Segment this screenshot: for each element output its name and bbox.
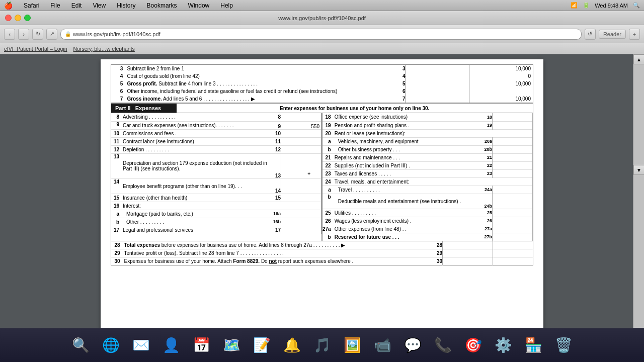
llabel-11: Contract labor (see instructions) [121,137,271,145]
lcol-16b: 16b [271,218,281,226]
linput-8[interactable] [281,113,321,121]
lnum-13: 13 [111,153,121,178]
dock-itunes[interactable]: 🎵 [309,332,335,358]
refresh-button[interactable]: ↺ [585,29,596,40]
lnum-16b: b [111,218,121,226]
input-4[interactable] [406,72,469,80]
rinput-24a[interactable] [493,186,533,194]
dock-skype[interactable]: 📞 [430,332,456,358]
line-num-5: 5 [111,80,125,87]
dock-trash[interactable]: 🗑️ [550,332,577,358]
reload-button[interactable]: ↻ [32,29,43,40]
dock-app1[interactable]: 🎯 [460,332,486,358]
table-row: b Reserved for future use . . . 27b [323,233,533,241]
dock-reminders[interactable]: 🔔 [279,332,305,358]
search-icon[interactable]: 🔍 [633,2,640,9]
llabel-12: Depletion . . . . . . . . . [121,145,271,153]
rinput-20b[interactable] [493,145,533,153]
rinput-21[interactable] [493,153,533,161]
menu-edit[interactable]: Edit [69,2,84,9]
rinput-20a[interactable] [493,137,533,145]
rlabel-23: Taxes and licenses . . . . . [333,169,480,177]
dock-calendar[interactable]: 📅 [188,332,214,358]
lcol-8: 8 [271,113,281,121]
rinput-22[interactable] [493,161,533,169]
table-row: 15 Insurance (other than health) 15 [111,194,321,202]
minimize-button[interactable] [15,15,21,21]
dock-notes[interactable]: 📝 [249,332,275,358]
table-row: 6 Other income, including federal and st… [111,87,533,95]
maximize-button[interactable] [24,15,31,21]
menu-safari[interactable]: Safari [22,2,41,9]
rinput-26[interactable] [493,217,533,225]
back-button[interactable]: ‹ [4,29,15,40]
linput-10[interactable] [281,129,321,137]
rinput-23[interactable] [493,169,533,177]
browser-titlebar: www.irs.gov/pub/irs-pdf/f1040sc.pdf [0,11,644,25]
rinput-19[interactable] [493,121,533,129]
dock-imessage[interactable]: 💬 [399,332,426,358]
address-bar[interactable]: 🔒 www.irs.gov/pub/irs-pdf/f1040sc.pdf [60,29,582,40]
table-row: 22 Supplies (not included in Part III) .… [323,161,533,169]
rinput-27a[interactable] [493,225,533,233]
dock-contacts[interactable]: 👤 [158,332,184,358]
table-row: 5 Gross profit. Subtract line 4 from lin… [111,80,533,87]
binput-30[interactable] [443,257,493,265]
input-3[interactable] [406,65,469,73]
rnum-25: 25 [323,209,333,217]
share-button[interactable]: ↗ [46,29,57,40]
dock-safari[interactable]: 🌐 [98,332,124,358]
binput-28[interactable] [443,241,493,249]
col-num-6: 6 [393,87,406,95]
menu-help[interactable]: Help [218,2,235,9]
rcol-20 [480,129,493,137]
scroll-down[interactable]: ▼ [633,165,644,175]
dock-appstore[interactable]: 🏪 [520,332,546,358]
bookmark-2[interactable]: Nursery, blu…w elephants [73,46,135,52]
linput-17[interactable] [281,226,321,234]
scrollbar[interactable]: ▲ ▼ [633,54,644,351]
rcol-24b: 24b [480,194,493,209]
lnum-16: 16 [111,202,121,210]
rinput-18[interactable] [493,113,533,121]
dock-finder[interactable]: 🔍 [67,332,94,358]
scroll-up[interactable]: ▲ [633,54,644,64]
apple-menu[interactable]: 🍎 [4,2,13,10]
rinput-24b[interactable] [493,194,533,209]
linput-11[interactable] [281,137,321,145]
dock-facetime[interactable]: 📹 [369,332,395,358]
window-title: www.irs.gov/pub/irs-pdf/f1040sc.pdf [278,15,366,21]
wifi-icon: 📶 [571,2,578,9]
dock-mail[interactable]: ✉️ [128,332,154,358]
dock-systemprefs[interactable]: ⚙️ [490,332,516,358]
linput-15[interactable] [281,194,321,202]
input-6[interactable] [406,87,469,95]
bookmark-1[interactable]: eIVF Patient Portal – Login [4,46,67,52]
menu-bookmarks[interactable]: Bookmarks [145,2,179,9]
close-button[interactable] [5,15,12,21]
rcol-19: 19 [480,121,493,129]
menu-view[interactable]: View [91,2,108,9]
rinput-25[interactable] [493,209,533,217]
dock-maps[interactable]: 🗺️ [218,332,245,358]
linput-9[interactable]: 550 [281,121,321,129]
reader-button[interactable]: Reader [599,30,626,39]
new-tab-button[interactable]: + [629,29,640,40]
input-5[interactable] [406,80,469,87]
linput-13[interactable]: ✦ [281,153,321,178]
menu-history[interactable]: History [115,2,137,9]
forward-button[interactable]: › [18,29,29,40]
input-7[interactable] [406,95,469,103]
bnum-28: 28 [111,241,122,249]
linput-14[interactable] [281,178,321,194]
linput-12[interactable] [281,145,321,153]
part-ii-label: Part II Expenses [111,104,177,113]
dock-iphoto[interactable]: 🖼️ [339,332,365,358]
rlabel-24a: Travel . . . . . . . . . . [333,186,480,194]
linput-16b[interactable] [281,218,321,226]
menu-window[interactable]: Window [186,2,212,9]
binput-29[interactable] [443,249,493,257]
menu-file[interactable]: File [48,2,62,9]
linput-16a[interactable] [281,210,321,218]
part-ii-header-table: Part II Expenses Enter expenses for busi… [111,103,533,113]
